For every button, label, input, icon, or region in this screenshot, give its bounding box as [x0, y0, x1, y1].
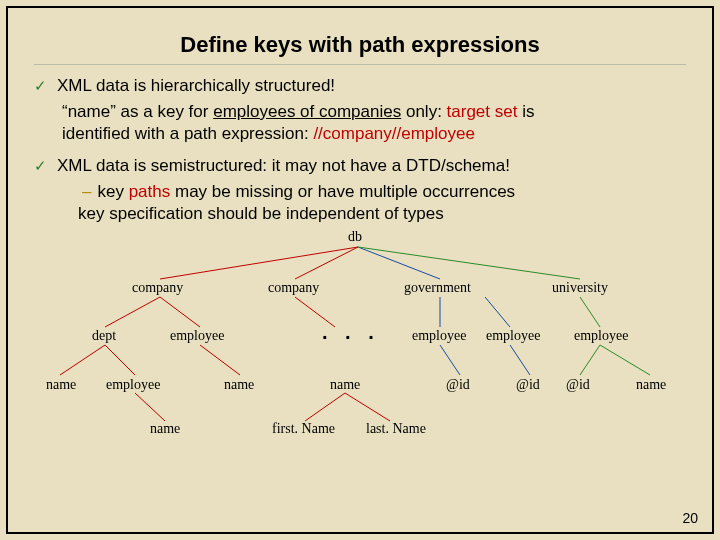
b1-l3-pre: identified with a path expression: — [62, 124, 313, 143]
b1-l2-post: only: — [401, 102, 446, 121]
svg-line-19 — [600, 345, 650, 375]
slide-title: Define keys with path expressions — [34, 26, 686, 58]
svg-line-7 — [105, 345, 135, 375]
node-firstname: first. Name — [272, 421, 335, 437]
node-name-4: name — [636, 377, 666, 393]
b2-sub1-red: paths — [129, 182, 171, 201]
node-name-5: name — [150, 421, 180, 437]
svg-line-3 — [358, 247, 580, 279]
node-employee-2: employee — [412, 328, 466, 344]
node-employee-5: employee — [106, 377, 160, 393]
node-id-2: @id — [516, 377, 540, 393]
bullet-1-line3: identified with a path expression: //com… — [62, 123, 686, 145]
node-lastname: last. Name — [366, 421, 426, 437]
svg-line-17 — [580, 297, 600, 327]
dots-icon: . . . — [322, 321, 380, 344]
check-icon: ✓ — [34, 75, 47, 97]
tree-diagram: db company company government university… — [40, 225, 680, 455]
svg-line-0 — [160, 247, 358, 279]
svg-line-2 — [358, 247, 440, 279]
b2-sub1-pre: key — [97, 182, 128, 201]
b1-l2-target: target set — [447, 102, 518, 121]
b1-l2-end: is — [517, 102, 534, 121]
bullet-2-sub2: key specification should be independent … — [78, 203, 686, 225]
dash-icon: – — [82, 182, 91, 201]
node-university: university — [552, 280, 608, 296]
b1-l2-underline: employees of companies — [213, 102, 401, 121]
node-employee-1: employee — [170, 328, 224, 344]
node-dept: dept — [92, 328, 116, 344]
b2-sub1-post: may be missing or have multiple occurren… — [170, 182, 515, 201]
bullet-2: ✓ XML data is semistructured: it may not… — [34, 155, 686, 177]
svg-line-14 — [440, 345, 460, 375]
svg-line-12 — [345, 393, 390, 421]
bullet-1-line2: “name” as a key for employees of compani… — [62, 101, 686, 123]
svg-line-6 — [60, 345, 105, 375]
svg-line-4 — [105, 297, 160, 327]
bullet-2-sub1: –key paths may be missing or have multip… — [82, 181, 686, 203]
svg-line-15 — [485, 297, 510, 327]
title-rule — [34, 64, 686, 65]
node-db: db — [348, 229, 362, 245]
node-id-1: @id — [446, 377, 470, 393]
svg-line-16 — [510, 345, 530, 375]
b1-l3-path: //company//employee — [313, 124, 475, 143]
svg-line-11 — [305, 393, 345, 421]
node-company-1: company — [132, 280, 183, 296]
node-name-2: name — [224, 377, 254, 393]
bullet-1: ✓ XML data is hierarchically structured! — [34, 75, 686, 97]
bullet-1-line1: XML data is hierarchically structured! — [57, 75, 335, 97]
svg-line-8 — [135, 393, 165, 421]
node-employee-4: employee — [574, 328, 628, 344]
svg-line-9 — [200, 345, 240, 375]
check-icon: ✓ — [34, 155, 47, 177]
page-number: 20 — [682, 510, 698, 526]
bullet-2-line1: XML data is semistructured: it may not h… — [57, 155, 510, 177]
b1-l2-pre: “name” as a key for — [62, 102, 213, 121]
node-name-3: name — [330, 377, 360, 393]
svg-line-18 — [580, 345, 600, 375]
node-government: government — [404, 280, 471, 296]
node-id-3: @id — [566, 377, 590, 393]
node-company-2: company — [268, 280, 319, 296]
node-employee-3: employee — [486, 328, 540, 344]
node-name-1: name — [46, 377, 76, 393]
svg-line-5 — [160, 297, 200, 327]
